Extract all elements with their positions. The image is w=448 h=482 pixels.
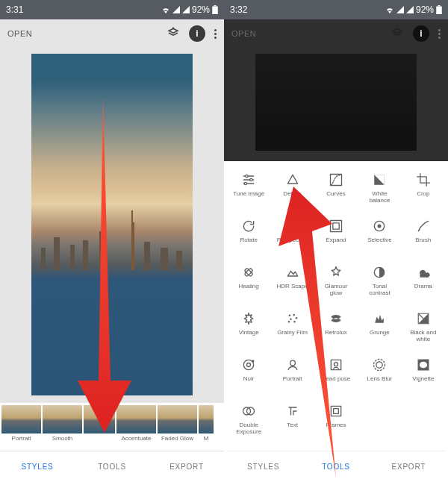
tab-styles[interactable]: STYLES xyxy=(227,451,299,482)
status-icons: 92% xyxy=(385,4,442,15)
tool-hdr[interactable]: HDR Scape xyxy=(272,264,314,290)
info-icon[interactable]: i xyxy=(413,25,429,42)
tools-sheet: Tune image Details Curves White balance … xyxy=(224,161,448,482)
svg-rect-30 xyxy=(331,360,340,369)
tool-blur[interactable]: Lens Blur xyxy=(358,357,400,383)
tool-label: Frames xyxy=(326,422,346,429)
drama-icon xyxy=(415,264,432,281)
tool-label: Expand xyxy=(326,237,346,244)
tool-double[interactable]: Double Exposure xyxy=(228,403,270,436)
stack-icon[interactable] xyxy=(391,27,404,40)
tool-frames[interactable]: Frames xyxy=(315,403,357,429)
tool-text[interactable]: Text xyxy=(272,403,314,429)
tab-styles[interactable]: STYLES xyxy=(0,451,75,482)
svg-point-29 xyxy=(290,360,295,366)
style-label: Faded Glow xyxy=(161,435,193,442)
tool-label: Glamour glow xyxy=(325,284,348,297)
tool-label: Grainy Film xyxy=(277,330,308,337)
svg-rect-13 xyxy=(330,221,341,232)
tool-tune[interactable]: Tune image xyxy=(228,172,270,198)
tool-label: Grunge xyxy=(370,330,390,337)
tool-label: Curves xyxy=(326,191,345,198)
tool-drama[interactable]: Drama xyxy=(402,264,444,290)
details-icon xyxy=(284,172,301,188)
tool-tonal[interactable]: Tonal contrast xyxy=(358,264,400,297)
style-thumb-accentuate[interactable]: Accentuate xyxy=(116,405,156,442)
info-icon[interactable]: i xyxy=(189,25,205,42)
style-thumb-more[interactable]: M xyxy=(199,405,214,442)
open-button[interactable]: OPEN xyxy=(7,29,32,38)
style-thumb-pop[interactable] xyxy=(84,405,115,434)
tool-vignette[interactable]: Vignette xyxy=(402,357,444,383)
tool-details[interactable]: Details xyxy=(272,172,314,198)
tool-curves[interactable]: Curves xyxy=(315,172,357,198)
grunge-icon xyxy=(371,310,388,327)
tool-healing[interactable]: Healing xyxy=(228,264,270,290)
tool-crop[interactable]: Crop xyxy=(402,172,444,198)
double-icon xyxy=(240,403,257,419)
svg-rect-12 xyxy=(333,223,339,229)
svg-point-9 xyxy=(244,182,246,184)
tool-label: Perspective xyxy=(277,237,308,244)
style-thumb-fadedglow[interactable]: Faded Glow xyxy=(158,405,197,442)
tool-portrait[interactable]: Portrait xyxy=(272,357,314,383)
tool-perspective[interactable]: Perspective xyxy=(272,218,314,244)
tools-grid: Tune image Details Curves White balance … xyxy=(227,172,445,451)
tool-label: Brush xyxy=(415,237,431,244)
svg-point-24 xyxy=(287,321,290,323)
tool-label: Drama xyxy=(414,284,432,290)
tab-tools[interactable]: TOOLS xyxy=(75,451,149,482)
signal-icon xyxy=(172,6,180,13)
tool-vintage[interactable]: Vintage xyxy=(228,310,270,337)
status-time: 3:31 xyxy=(6,4,23,15)
head-icon xyxy=(328,357,344,373)
status-icons: 92% xyxy=(161,4,218,15)
perspective-icon xyxy=(284,218,301,234)
signal-icon xyxy=(396,6,404,13)
photo-preview xyxy=(31,54,193,395)
open-button[interactable]: OPEN xyxy=(231,29,256,38)
style-thumb-portrait[interactable]: Portrait xyxy=(1,405,41,442)
bottom-tabs: STYLES TOOLS EXPORT xyxy=(227,451,445,482)
svg-point-20 xyxy=(293,314,295,316)
svg-point-35 xyxy=(419,361,428,369)
tool-bw[interactable]: Black and white xyxy=(402,310,444,343)
tool-selective[interactable]: Selective xyxy=(358,218,400,244)
tool-label: Noir xyxy=(243,376,255,383)
tab-export[interactable]: EXPORT xyxy=(149,451,224,482)
vignette-icon xyxy=(415,357,432,373)
stack-icon[interactable] xyxy=(167,27,180,40)
svg-point-33 xyxy=(374,360,385,371)
canvas-area[interactable] xyxy=(0,48,224,403)
curves-icon xyxy=(328,172,344,188)
tool-label: Tune image xyxy=(233,191,264,198)
healing-icon xyxy=(240,264,257,281)
more-icon[interactable] xyxy=(438,29,441,39)
tab-tools[interactable]: TOOLS xyxy=(299,451,372,482)
tool-grunge[interactable]: Grunge xyxy=(358,310,400,337)
signal-icon xyxy=(182,6,190,13)
tool-noir[interactable]: Noir xyxy=(228,357,270,383)
tool-label: Lens Blur xyxy=(367,376,392,383)
svg-point-22 xyxy=(290,319,292,321)
tool-grain[interactable]: Grainy Film xyxy=(272,310,314,337)
tool-wb[interactable]: White balance xyxy=(358,172,400,204)
tool-head[interactable]: Head pose xyxy=(315,357,357,383)
tool-retro[interactable]: Retrolux xyxy=(315,310,357,337)
tool-brush[interactable]: Brush xyxy=(402,218,444,244)
tool-rotate[interactable]: Rotate xyxy=(228,218,270,244)
style-strip[interactable]: Portrait Smooth Accentuate Faded Glow M xyxy=(0,403,224,451)
style-label: M xyxy=(204,435,209,442)
tab-export[interactable]: EXPORT xyxy=(373,451,445,482)
vintage-icon xyxy=(240,310,257,327)
style-thumb-smooth[interactable]: Smooth xyxy=(43,405,82,442)
expand-icon xyxy=(328,218,344,234)
tool-expand[interactable]: Expand xyxy=(315,218,357,244)
bw-icon xyxy=(415,310,432,327)
crop-icon xyxy=(415,172,432,188)
tool-label: Selective xyxy=(367,237,391,244)
svg-point-27 xyxy=(247,363,251,367)
more-icon[interactable] xyxy=(214,29,217,39)
tool-glow[interactable]: Glamour glow xyxy=(315,264,357,297)
wb-icon xyxy=(371,172,388,188)
